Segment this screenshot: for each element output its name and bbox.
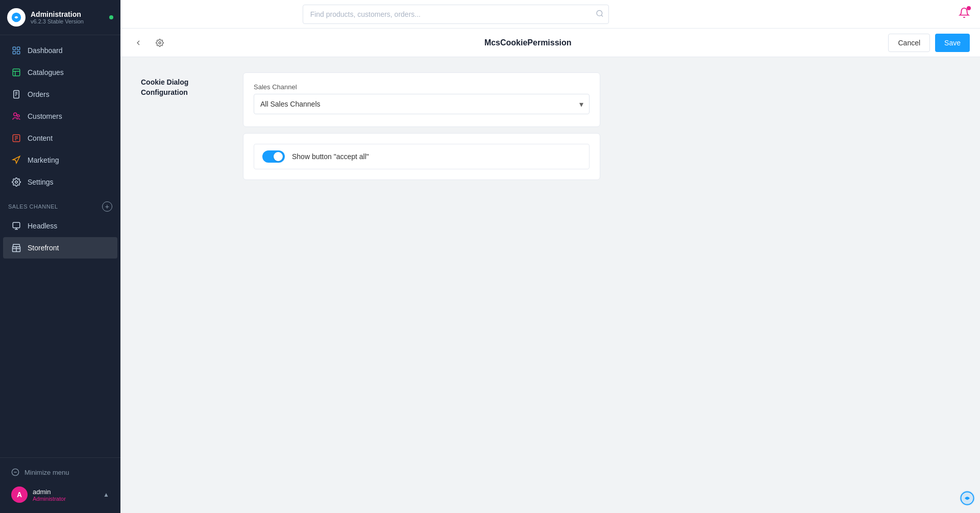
sidebar-label-catalogues: Catalogues <box>28 68 64 76</box>
sidebar-label-storefront: Storefront <box>28 244 59 252</box>
user-avatar: A <box>11 486 28 503</box>
topbar-right <box>959 7 970 21</box>
sales-channel-form-group: Sales Channel All Sales Channels ▾ <box>254 83 590 114</box>
sidebar-item-orders[interactable]: Orders <box>3 84 117 105</box>
sidebar-label-headless: Headless <box>28 222 57 230</box>
svg-line-26 <box>601 15 603 16</box>
sales-channel-section: Sales Channel + <box>0 193 120 215</box>
back-button[interactable] <box>131 35 146 50</box>
notification-badge <box>967 6 971 10</box>
svg-rect-19 <box>13 222 20 228</box>
sidebar-item-dashboard[interactable]: Dashboard <box>3 40 117 61</box>
marketing-icon <box>11 155 21 165</box>
svg-point-13 <box>17 115 20 117</box>
user-profile[interactable]: A admin Administrator ▲ <box>3 481 117 508</box>
sidebar-item-headless[interactable]: Headless <box>3 215 117 237</box>
storefront-icon <box>11 243 21 253</box>
svg-point-12 <box>14 113 17 116</box>
settings-icon <box>11 177 21 187</box>
toggle-label: Show button "accept all" <box>292 152 369 161</box>
sidebar-item-settings[interactable]: Settings <box>3 171 117 193</box>
sidebar: Administration v6.2.3 Stable Version Das… <box>0 0 120 513</box>
sidebar-item-catalogues[interactable]: Catalogues <box>3 62 117 83</box>
content-area: Cookie Dialog Configuration Sales Channe… <box>120 57 980 513</box>
minimize-menu-button[interactable]: Minimize menu <box>3 463 117 481</box>
search-button[interactable] <box>596 9 604 19</box>
content-icon <box>11 133 21 143</box>
status-indicator <box>109 15 113 19</box>
toggle-section: Show button "accept all" <box>243 134 600 179</box>
catalogues-icon <box>11 67 21 78</box>
sales-channel-card: Sales Channel All Sales Channels ▾ <box>243 72 600 127</box>
svg-rect-1 <box>13 47 15 49</box>
toggle-card: Show button "accept all" <box>243 133 600 180</box>
sidebar-label-customers: Customers <box>28 112 62 120</box>
user-chevron-icon: ▲ <box>103 491 109 498</box>
svg-rect-2 <box>17 47 20 49</box>
svg-rect-4 <box>17 52 20 54</box>
config-content: Sales Channel All Sales Channels ▾ <box>243 72 600 180</box>
svg-point-18 <box>15 181 18 184</box>
svg-point-25 <box>597 10 602 16</box>
svg-rect-5 <box>13 69 20 76</box>
sidebar-label-settings: Settings <box>28 178 54 186</box>
sales-channel-label: Sales Channel <box>254 83 590 91</box>
config-layout: Cookie Dialog Configuration Sales Channe… <box>141 72 600 180</box>
sidebar-footer: Minimize menu A admin Administrator ▲ <box>0 457 120 513</box>
add-sales-channel-button[interactable]: + <box>102 201 112 212</box>
user-name: admin <box>33 488 98 496</box>
sidebar-item-customers[interactable]: Customers <box>3 106 117 127</box>
sidebar-item-content[interactable]: Content <box>3 127 117 149</box>
main-content: McsCookiePermission Cancel Save Cookie D… <box>120 0 980 513</box>
config-section-title: Cookie Dialog Configuration <box>141 78 223 97</box>
svg-point-27 <box>159 42 161 44</box>
app-name: Administration <box>31 10 104 18</box>
svg-rect-3 <box>13 52 15 54</box>
minimize-label: Minimize menu <box>24 469 69 476</box>
sidebar-item-marketing[interactable]: Marketing <box>3 149 117 171</box>
sales-channel-select-wrapper: All Sales Channels ▾ <box>254 94 590 114</box>
cancel-button[interactable]: Cancel <box>888 34 930 52</box>
dashboard-icon <box>11 45 21 56</box>
sidebar-label-orders: Orders <box>28 90 50 98</box>
notifications-button[interactable] <box>959 7 970 21</box>
page-actions: Cancel Save <box>888 34 970 52</box>
sidebar-label-dashboard: Dashboard <box>28 46 63 55</box>
topbar <box>120 0 980 29</box>
save-button[interactable]: Save <box>935 34 970 52</box>
app-version: v6.2.3 Stable Version <box>31 18 104 24</box>
sidebar-label-content: Content <box>28 134 53 142</box>
sales-channel-section: Sales Channel All Sales Channels ▾ <box>243 73 600 126</box>
accept-all-toggle[interactable] <box>262 150 285 163</box>
customers-icon <box>11 111 21 121</box>
app-logo <box>7 8 26 27</box>
orders-icon <box>11 89 21 99</box>
toggle-row: Show button "accept all" <box>254 144 590 169</box>
user-role: Administrator <box>33 496 98 502</box>
search-container <box>303 5 609 24</box>
page-title: McsCookiePermission <box>174 38 882 47</box>
search-input[interactable] <box>303 5 609 24</box>
config-label: Cookie Dialog Configuration <box>141 72 223 180</box>
page-settings-button[interactable] <box>152 35 167 50</box>
headless-icon <box>11 221 21 231</box>
shopware-watermark <box>960 491 975 508</box>
sidebar-item-storefront[interactable]: Storefront <box>3 237 117 259</box>
main-nav: Dashboard Catalogues Orders Customers Co… <box>0 35 120 457</box>
sales-channel-select[interactable]: All Sales Channels <box>254 94 590 114</box>
sidebar-header: Administration v6.2.3 Stable Version <box>0 0 120 35</box>
sidebar-label-marketing: Marketing <box>28 156 59 164</box>
page-header: McsCookiePermission Cancel Save <box>120 29 980 57</box>
